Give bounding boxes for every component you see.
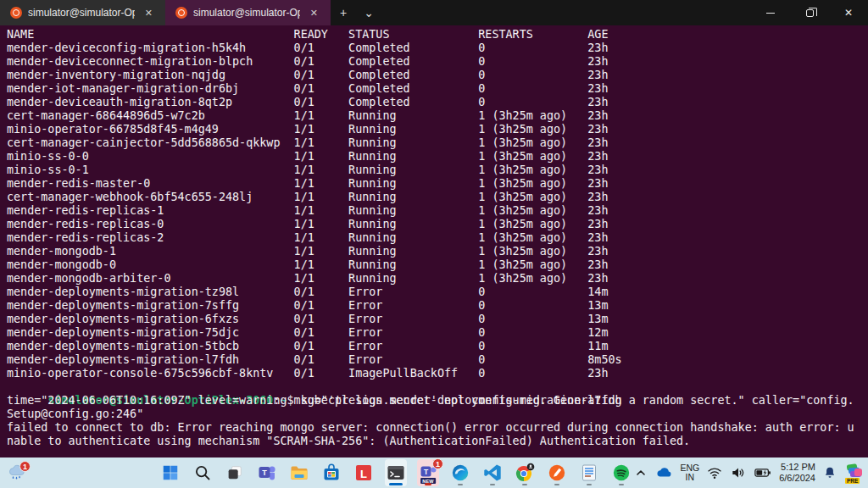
log-line: time="2024-06-06T10:16:09Z" level=warnin…	[7, 394, 868, 408]
microsoft-store-button[interactable]	[320, 459, 342, 486]
microsoft-store-icon	[321, 463, 342, 483]
chrome-button[interactable]	[514, 459, 536, 486]
running-app-indicator	[587, 484, 592, 486]
pod-row: minio-ss-0-0 1/1 Running 1 (3h25m ago) 2…	[7, 150, 868, 164]
pod-row: mender-deviceconfig-migration-h5k4h 0/1 …	[7, 42, 868, 55]
tab-title: simulator@simulator-OptiPle	[193, 7, 300, 19]
teams-chat-icon: T	[257, 463, 277, 483]
chrome-icon	[515, 463, 535, 483]
spotify-button[interactable]	[610, 459, 632, 486]
pod-row: mender-deployments-migration-l7fdh 0/1 E…	[7, 353, 868, 367]
teams-new-button[interactable]: T 1 NEW	[417, 459, 439, 486]
ubuntu-icon	[175, 7, 187, 19]
notepad-button[interactable]	[578, 459, 600, 486]
recorder-app-badge: PRE	[845, 478, 860, 484]
active-app-indicator	[389, 483, 403, 485]
pod-row: cert-manager-cainjector-5dd568865d-qkkwp…	[7, 136, 868, 150]
task-view-icon	[225, 463, 244, 482]
restore-icon	[806, 9, 814, 17]
notification-center-button[interactable]	[822, 459, 837, 486]
tab-title: simulator@simulator-OptiPlex	[28, 7, 135, 19]
minimize-button[interactable]	[751, 0, 790, 25]
pod-row: mender-redis-replicas-0 1/1 Running 1 (3…	[7, 218, 868, 231]
language-line2: IN	[686, 472, 695, 482]
volume-tray-button[interactable]	[730, 459, 747, 486]
start-button[interactable]	[159, 459, 181, 486]
wifi-tray-button[interactable]	[706, 459, 723, 486]
table-header-line: NAME READY STATUS RESTARTS AGE	[7, 28, 868, 42]
running-app-indicator	[554, 484, 559, 486]
svg-text:T: T	[424, 468, 429, 476]
log-line: Setup@config.go:246"	[7, 408, 868, 421]
speaker-icon	[730, 464, 747, 481]
pod-row: minio-operator-console-675c596cbf-8kntv …	[7, 367, 868, 380]
file-explorer-button[interactable]	[288, 459, 310, 486]
close-button[interactable]: ✕	[829, 0, 868, 25]
pod-row: minio-operator-66785d8f45-m4g49 1/1 Runn…	[7, 123, 868, 136]
log-line: failed to connect to db: Error reaching …	[7, 421, 868, 435]
task-view-button[interactable]	[224, 459, 246, 486]
teams-notification-badge: 1	[432, 458, 443, 469]
terminal-tab-2[interactable]: simulator@simulator-OptiPle ✕	[165, 0, 331, 25]
weather-widget[interactable]: 1	[5, 459, 27, 486]
l-app-icon: L	[353, 463, 374, 483]
svg-text:L: L	[360, 468, 367, 480]
new-tab-button[interactable]: +	[331, 0, 356, 25]
desktop-screen: simulator@simulator-OptiPlex ✕ simulator…	[0, 0, 868, 488]
kubectl-pod-table: NAME READY STATUS RESTARTS AGEmender-dev…	[7, 28, 868, 380]
running-app-indicator	[522, 484, 527, 486]
wifi-icon	[706, 464, 723, 481]
terminal-icon	[386, 463, 406, 483]
pod-row: mender-deployments-migration-tz98l 0/1 E…	[7, 286, 868, 299]
pod-row: mender-redis-replicas-1 1/1 Running 1 (3…	[7, 204, 868, 218]
vscode-icon	[482, 463, 503, 483]
pod-row: mender-inventory-migration-nqjdg 0/1 Com…	[7, 69, 868, 82]
pod-row: cert-manager-webhook-6bf54c655-248lj 1/1…	[7, 191, 868, 204]
bell-icon	[822, 465, 837, 480]
onedrive-tray-button[interactable]	[654, 459, 673, 486]
close-tab-icon[interactable]: ✕	[141, 6, 157, 20]
restore-button[interactable]	[790, 0, 829, 25]
onedrive-cloud-icon	[654, 463, 673, 482]
tray-expand-button[interactable]	[634, 459, 648, 486]
edge-button[interactable]	[449, 459, 471, 486]
pod-row: mender-deviceconnect-migration-blpch 0/1…	[7, 55, 868, 69]
l-app-button[interactable]: L	[353, 459, 375, 486]
battery-tray-button[interactable]	[754, 459, 772, 486]
folder-icon	[289, 463, 309, 483]
running-app-indicator	[490, 484, 495, 486]
search-icon	[193, 463, 212, 482]
command-log-output: time="2024-06-06T10:16:09Z" level=warnin…	[7, 394, 868, 448]
pod-row: cert-manager-68644896d5-w7c2b 1/1 Runnin…	[7, 109, 868, 123]
pod-row: mender-deployments-migration-7sffg 0/1 E…	[7, 299, 868, 313]
windows-terminal-button[interactable]	[385, 459, 407, 486]
pod-row: minio-ss-0-1 1/1 Running 1 (3h25m ago) 2…	[7, 164, 868, 177]
vscode-button[interactable]	[481, 459, 504, 486]
pen-app-button[interactable]	[546, 459, 568, 486]
edge-icon	[450, 463, 470, 483]
pod-row: mender-redis-master-0 1/1 Running 1 (3h2…	[7, 177, 868, 191]
running-app-indicator	[458, 484, 463, 486]
running-app-indicator	[619, 484, 624, 486]
pod-row: mender-mongodb-0 1/1 Running 1 (3h25m ag…	[7, 258, 868, 272]
chevron-up-icon	[634, 466, 648, 480]
windows-logo-icon	[161, 463, 180, 482]
terminal-output-area[interactable]: NAME READY STATUS RESTARTS AGEmender-dev…	[0, 25, 868, 458]
tray-time: 5:12 PM	[781, 462, 815, 472]
language-indicator[interactable]: ENG IN	[680, 459, 699, 486]
svg-text:T: T	[262, 469, 267, 477]
screen-recorder-tray-button[interactable]: PRE	[844, 459, 865, 486]
ubuntu-icon	[10, 7, 22, 19]
search-button[interactable]	[192, 459, 214, 486]
spotify-icon	[611, 463, 632, 483]
terminal-tab-1[interactable]: simulator@simulator-OptiPlex ✕	[0, 0, 165, 25]
pod-row: mender-redis-replicas-2 1/1 Running 1 (3…	[7, 231, 868, 245]
pen-app-icon	[547, 463, 567, 483]
clock-widget[interactable]: 5:12 PM 6/6/2024	[779, 459, 815, 486]
tab-dropdown-button[interactable]: ⌄	[356, 0, 381, 25]
teams-chat-button[interactable]: T	[256, 459, 278, 486]
close-tab-icon[interactable]: ✕	[306, 6, 322, 20]
pod-row: mender-iot-manager-migration-dr6bj 0/1 C…	[7, 82, 868, 96]
attention-app-indicator	[425, 483, 431, 485]
battery-charging-icon	[754, 464, 772, 481]
